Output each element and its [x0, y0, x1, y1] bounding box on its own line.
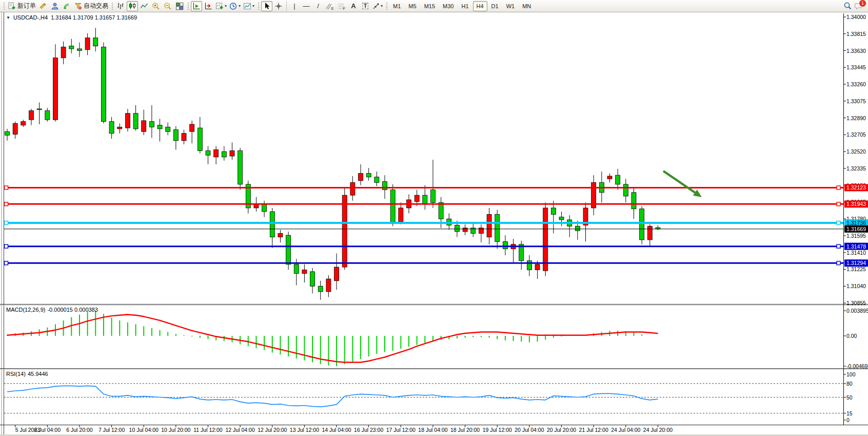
svg-text:1.31669: 1.31669: [846, 226, 866, 232]
svg-text:18 Jul 20:00: 18 Jul 20:00: [450, 427, 480, 433]
market-watch-button[interactable]: [37, 1, 49, 11]
zoom-in-button[interactable]: [150, 1, 162, 11]
horizontal-line-tool-button[interactable]: —: [301, 1, 312, 11]
terminal-window: 1.340001.338151.336301.334451.332601.330…: [0, 0, 868, 436]
svg-text:24 Jul 04:00: 24 Jul 04:00: [611, 427, 640, 433]
dropdown-arrow-icon: ▾: [252, 4, 254, 8]
zoom-out-button[interactable]: [162, 1, 173, 11]
svg-text:1.31736: 1.31736: [846, 220, 866, 226]
fibonacci-tool-button[interactable]: F: [336, 1, 347, 11]
notification-badge: 1: [859, 0, 866, 7]
tile-windows-button[interactable]: [174, 1, 185, 11]
text-label-icon: T: [362, 3, 369, 9]
timeframe-m1-button[interactable]: M1: [389, 1, 404, 11]
svg-text:80: 80: [846, 381, 853, 387]
line-chart-button[interactable]: [139, 1, 150, 11]
candlestick-chart-button[interactable]: [127, 1, 138, 11]
svg-text:20 Jul 20:00: 20 Jul 20:00: [547, 427, 576, 433]
toolbar-drag-handle[interactable]: [187, 2, 189, 11]
expert-advisor-icon: [51, 2, 59, 10]
svg-text:1.33260: 1.33260: [846, 81, 866, 87]
notifications-button[interactable]: 1: [853, 1, 864, 11]
text-label-tool-button[interactable]: T: [360, 1, 371, 11]
crosshair-tool-button[interactable]: [273, 1, 284, 11]
indicators-button[interactable]: ▾: [214, 1, 228, 11]
templates-icon: [243, 2, 251, 10]
toolbar-drag-handle[interactable]: [385, 2, 388, 11]
timeframe-h4-button[interactable]: H4: [473, 1, 487, 11]
toolbar-drag-handle[interactable]: [111, 2, 113, 11]
ohlc-close: 1.31669: [116, 14, 137, 21]
svg-text:20 Jul 04:00: 20 Jul 04:00: [515, 427, 544, 433]
ohlc-low: 1.31657: [95, 14, 115, 21]
autotrading-button[interactable]: 自动交易: [73, 1, 109, 11]
new-order-icon: [8, 2, 16, 10]
search-button[interactable]: [842, 1, 853, 11]
main-toolbar: 新订单 自动交易: [0, 0, 868, 12]
symbol-dropdown-icon[interactable]: ▼: [6, 15, 10, 20]
svg-text:1.31040: 1.31040: [846, 283, 866, 289]
svg-text:6 Jul 20:00: 6 Jul 20:00: [66, 427, 93, 433]
timeframe-d1-button[interactable]: D1: [488, 1, 502, 11]
svg-text:0.003895: 0.003895: [846, 308, 868, 314]
equidistant-channel-tool-button[interactable]: E: [324, 1, 336, 11]
svg-text:0.00: 0.00: [846, 333, 857, 339]
signals-button[interactable]: [61, 1, 72, 11]
zoom-in-icon: [152, 2, 160, 10]
svg-text:1.33445: 1.33445: [846, 64, 866, 70]
arrows-shapes-icon: [372, 3, 380, 10]
svg-text:1.33075: 1.33075: [846, 98, 866, 104]
cursor-icon: [263, 2, 271, 10]
chart-title-bar: ▼ USDCAD-,H4 1.31684 1.31709 1.31657 1.3…: [6, 14, 137, 21]
timeframe-h1-button[interactable]: H1: [458, 1, 472, 11]
chart-shift-button[interactable]: [203, 1, 214, 11]
svg-text:15: 15: [846, 410, 853, 416]
svg-text:1.32705: 1.32705: [846, 131, 866, 138]
signal-icon: [63, 2, 71, 10]
cursor-tool-button[interactable]: [261, 1, 272, 11]
templates-button[interactable]: ▾: [242, 1, 255, 11]
arrows-tool-button[interactable]: ▾: [371, 1, 384, 11]
timeframe-m5-button[interactable]: M5: [405, 1, 420, 11]
ohlc-high: 1.31709: [73, 14, 93, 21]
vertical-line-tool-button[interactable]: |: [289, 1, 300, 11]
dropdown-arrow-icon: ▾: [225, 4, 227, 8]
svg-text:100: 100: [846, 371, 856, 377]
svg-text:12 Jul 04:00: 12 Jul 04:00: [226, 427, 255, 433]
svg-text:1.31478: 1.31478: [846, 243, 866, 250]
auto-scroll-button[interactable]: [191, 1, 202, 11]
svg-text:13 Jul 12:00: 13 Jul 12:00: [290, 427, 319, 433]
new-order-button[interactable]: 新订单: [7, 1, 37, 11]
periods-button[interactable]: ▾: [228, 1, 242, 11]
timeframe-mn-button[interactable]: MN: [519, 1, 535, 11]
svg-text:17 Jul 12:00: 17 Jul 12:00: [386, 427, 416, 433]
macd-signal-value: 0.000383: [74, 307, 98, 313]
toolbar-drag-handle[interactable]: [257, 2, 260, 11]
vertical-line-icon: |: [293, 3, 295, 9]
timeframe-m15-button[interactable]: M15: [421, 1, 439, 11]
timeframe-m30-button[interactable]: M30: [439, 1, 457, 11]
rsi-indicator-label: RSI(14) 45.9446: [6, 371, 48, 377]
text-tool-button[interactable]: A: [348, 1, 359, 11]
svg-text:1.32123: 1.32123: [846, 184, 866, 191]
svg-text:-0.004699: -0.004699: [846, 363, 868, 369]
trendline-tool-button[interactable]: /: [312, 1, 324, 11]
svg-text:1.32890: 1.32890: [846, 115, 866, 121]
svg-text:0: 0: [846, 417, 850, 423]
svg-text:6 Jul 04:00: 6 Jul 04:00: [34, 427, 61, 433]
chart-shift-icon: [204, 2, 212, 10]
svg-text:1.32520: 1.32520: [846, 148, 866, 155]
expert-advisors-button[interactable]: [49, 1, 61, 11]
dropdown-arrow-icon: ▾: [239, 4, 241, 8]
indicators-icon: [215, 2, 224, 10]
toolbar-drag-handle[interactable]: [3, 2, 5, 11]
timeframe-w1-button[interactable]: W1: [503, 1, 519, 11]
chart-canvas[interactable]: 1.340001.338151.336301.334451.332601.330…: [0, 0, 868, 436]
quotes-icon: [39, 2, 47, 10]
svg-text:1.33815: 1.33815: [846, 31, 866, 37]
autotrading-icon: [74, 2, 82, 10]
macd-main-value: -0.000015: [47, 307, 73, 313]
autotrading-label: 自动交易: [84, 2, 108, 10]
svg-text:18 Jul 04:00: 18 Jul 04:00: [418, 427, 447, 433]
bar-chart-button[interactable]: [115, 1, 126, 11]
